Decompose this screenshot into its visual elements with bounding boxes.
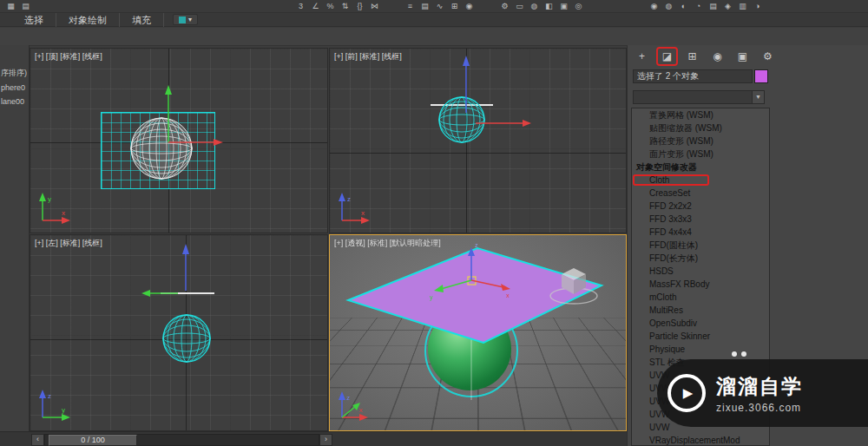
- motion-tab-icon[interactable]: ◉: [708, 49, 727, 64]
- extra-icon-3[interactable]: ◎: [571, 1, 586, 12]
- viewport-front-canvas: z x: [330, 49, 626, 233]
- selection-status-field[interactable]: 选择了 2 个对象: [633, 69, 753, 83]
- modifier-list-item[interactable]: 面片变形 (WSM): [632, 148, 769, 161]
- modifier-list-item[interactable]: FFD(长方体): [632, 252, 769, 265]
- axis-tripod: z y: [39, 390, 70, 421]
- modifier-list-item[interactable]: 路径变形 (WSM): [632, 134, 769, 148]
- next-frame-button[interactable]: ›: [319, 434, 332, 446]
- render-teapot-icon[interactable]: ◍: [661, 1, 676, 12]
- ribbon-dropdown[interactable]: ▾: [173, 14, 198, 25]
- viewport-left-label[interactable]: [+] [左] [标准] [线框]: [35, 238, 102, 249]
- modifier-list-item[interactable]: HSDS: [632, 265, 769, 278]
- svg-text:x: x: [359, 406, 363, 414]
- render-icon[interactable]: ◍: [527, 1, 542, 12]
- modifier-list-item[interactable]: FFD 2x2x2: [632, 200, 769, 213]
- modifier-list-item[interactable]: VRayDisplacementMod: [632, 434, 769, 446]
- modifier-list-item[interactable]: Cloth: [632, 174, 769, 187]
- extra-icon-5[interactable]: ▥: [735, 1, 750, 12]
- modifier-list-item[interactable]: OpenSubdiv: [632, 317, 769, 330]
- transform-gizmo[interactable]: [141, 244, 189, 297]
- viewport-perspective-label[interactable]: [+] [透视] [标准] [默认明暗处理]: [334, 238, 441, 249]
- ribbon-tab-populate[interactable]: 填充: [120, 13, 164, 27]
- viewport-top-label[interactable]: [+] [顶] [标准] [线框]: [35, 51, 102, 62]
- modifier-list-dropdown[interactable]: ▼: [633, 90, 765, 104]
- object-color-swatch[interactable]: [754, 69, 768, 83]
- previous-frame-button[interactable]: ‹: [31, 434, 44, 446]
- time-slider-track[interactable]: 0 / 100: [44, 434, 319, 446]
- viewport-front-label[interactable]: [+] [前] [标准] [线框]: [334, 51, 402, 62]
- chevron-down-icon: ▼: [752, 91, 764, 103]
- extra-icon-4[interactable]: ◈: [720, 1, 735, 12]
- material-sphere-icon[interactable]: ◉: [647, 1, 661, 12]
- modifier-list-item[interactable]: Physique: [632, 343, 769, 356]
- display-tab-icon[interactable]: ▣: [733, 49, 752, 64]
- modifier-list-item[interactable]: MultiRes: [632, 304, 769, 317]
- render-iterative-icon[interactable]: ◔: [691, 1, 706, 12]
- main-toolbar: ▦▤ 3∠%⇅{}⋈ ≡▤∿⊞◉ ⚙▭◍◧▣◎ ◉◍◐◔▤◈▥◑: [0, 0, 868, 13]
- percent-snap-icon[interactable]: %: [323, 1, 338, 12]
- curve-editor-icon[interactable]: ∿: [432, 1, 447, 12]
- create-tab-icon[interactable]: +: [633, 49, 651, 64]
- toolbar-group-editors: ≡▤∿⊞◉: [403, 0, 477, 12]
- modifier-list-item[interactable]: mCloth: [632, 291, 769, 304]
- modifier-list-item[interactable]: 置换网格 (WSM): [632, 108, 769, 121]
- ribbon-tab-select[interactable]: 选择: [12, 13, 56, 27]
- open-dialog-icon[interactable]: ▤: [706, 1, 720, 12]
- modifier-list-item[interactable]: FFD 4x4x4: [632, 226, 769, 239]
- render-production-icon[interactable]: ◐: [676, 1, 691, 12]
- timeline-corner: [0, 431, 30, 446]
- toolbar-icon-1[interactable]: ▦: [3, 1, 18, 12]
- ribbon-tab-bar: 选择对象绘制填充 ▾: [0, 13, 868, 27]
- svg-text:y: y: [62, 406, 65, 414]
- schematic-view-icon[interactable]: ⊞: [447, 1, 462, 12]
- axis-tripod: z x: [339, 193, 370, 224]
- scene-explorer-strip: 序排序)phere0lane00: [0, 45, 30, 431]
- align-icon[interactable]: ≡: [403, 1, 418, 12]
- viewport-left[interactable]: z y [+] [左] [标准] [线框]: [30, 234, 328, 431]
- modifier-list-item[interactable]: Particle Skinner: [632, 330, 769, 343]
- time-slider[interactable]: 0 / 100: [49, 435, 137, 446]
- modifier-list-item[interactable]: FFD(圆柱体): [632, 239, 769, 252]
- extra-icon-2[interactable]: ▣: [556, 1, 571, 12]
- explorer-item-plane[interactable]: lane00: [1, 97, 24, 106]
- render-frame-icon[interactable]: ▭: [512, 1, 527, 12]
- viewport-front[interactable]: z x [+] [前] [标准] [线框]: [329, 48, 627, 233]
- angle-snap-icon[interactable]: ∠: [308, 1, 323, 12]
- material-editor-icon[interactable]: ◉: [462, 1, 477, 12]
- toolbar-group-right: ◉◍◐◔▤◈▥◑: [647, 0, 765, 12]
- watermark-dots: [732, 351, 746, 357]
- mirror-icon[interactable]: ⋈: [367, 1, 382, 12]
- sphere-wireframe-left[interactable]: [163, 315, 210, 362]
- viewport-top[interactable]: y x [+] [顶] [标准] [线框]: [30, 48, 328, 233]
- plane-object-shaded[interactable]: [348, 248, 602, 343]
- toolbar-icon-2[interactable]: ▤: [18, 1, 33, 12]
- snap-toggle-icon[interactable]: 3: [293, 1, 308, 12]
- extra-icon-1[interactable]: ◧: [542, 1, 556, 12]
- extra-icon-6[interactable]: ◑: [750, 1, 765, 12]
- hierarchy-tab-icon[interactable]: ⊞: [683, 49, 701, 64]
- viewport-top-canvas: y x: [30, 49, 327, 233]
- render-setup-icon[interactable]: ⚙: [497, 1, 512, 12]
- svg-text:z: z: [347, 195, 351, 203]
- sphere-wireframe-top[interactable]: [131, 118, 192, 179]
- spinner-snap-icon[interactable]: ⇅: [338, 1, 352, 12]
- modifier-list-item[interactable]: CreaseSet: [632, 187, 769, 200]
- viewport-perspective-canvas: x y z z x: [330, 235, 626, 430]
- modifier-list-item[interactable]: 对象空间修改器: [632, 161, 769, 174]
- viewport-perspective[interactable]: x y z z x [+] [透视] [标准] [默认明暗处理]: [329, 234, 627, 431]
- watermark-url: zixue.3066.com: [716, 402, 803, 414]
- sphere-wireframe-front[interactable]: [439, 97, 484, 142]
- 3dsmax-window: ▦▤ 3∠%⇅{}⋈ ≡▤∿⊞◉ ⚙▭◍◧▣◎ ◉◍◐◔▤◈▥◑ 选择对象绘制填…: [0, 0, 868, 446]
- viewport-left-canvas: z y: [30, 235, 327, 430]
- modifier-list-item[interactable]: MassFX RBody: [632, 278, 769, 291]
- layer-manager-icon[interactable]: ▤: [418, 1, 432, 12]
- ribbon-tab-object-paint[interactable]: 对象绘制: [56, 13, 120, 27]
- utilities-tab-icon[interactable]: ⚙: [759, 49, 777, 64]
- modify-tab-icon[interactable]: ◪: [658, 49, 676, 64]
- named-selection-sets-icon[interactable]: {}: [352, 1, 367, 12]
- command-panel-tabs: +◪⊞◉▣⚙: [633, 49, 777, 64]
- modifier-list-item[interactable]: 贴图缩放器 (WSM): [632, 121, 769, 134]
- explorer-clipped-header[interactable]: 序排序): [1, 68, 27, 79]
- explorer-item-sphere[interactable]: phere0: [1, 83, 25, 92]
- modifier-list-item[interactable]: FFD 3x3x3: [632, 213, 769, 226]
